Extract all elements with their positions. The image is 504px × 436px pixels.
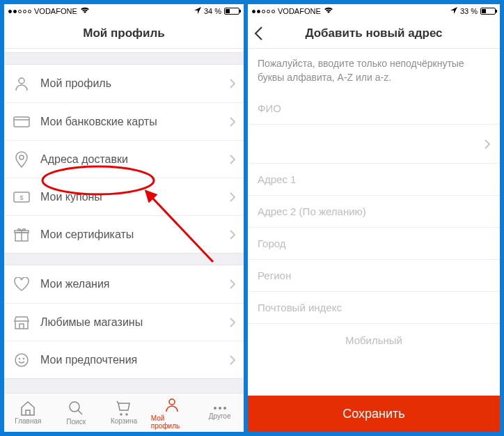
chevron-right-icon xyxy=(230,79,235,88)
chevron-right-icon xyxy=(230,230,235,240)
row-label: Мои купоны xyxy=(40,191,230,203)
screen-profile: VODAFONE 34 % Мой профиль xyxy=(4,4,248,432)
heart-icon xyxy=(13,275,31,293)
row-coupons[interactable]: $ Мои купоны xyxy=(4,178,244,215)
svg-point-15 xyxy=(169,399,175,405)
row-label: Мой профиль xyxy=(40,77,230,90)
battery-icon xyxy=(480,8,496,15)
placeholder: Регион xyxy=(258,270,291,281)
svg-rect-2 xyxy=(14,117,29,127)
svg-point-17 xyxy=(219,407,221,410)
svg-text:$: $ xyxy=(19,194,23,201)
svg-point-4 xyxy=(19,155,24,159)
placeholder: Почтовый индекс xyxy=(258,302,342,313)
row-label: Мои банковские карты xyxy=(40,116,230,128)
row-coupons-services[interactable]: Мои купоны на услуги xyxy=(4,49,244,52)
tab-label: Другое xyxy=(209,412,231,420)
carrier-label: VODAFONE xyxy=(278,7,321,15)
gift-icon xyxy=(13,226,31,244)
region-field[interactable]: Регион xyxy=(248,260,500,292)
address1-field[interactable]: Адрес 1 xyxy=(248,164,500,196)
signal-icon xyxy=(252,10,275,13)
row-label: Адреса доставки xyxy=(40,153,230,166)
screen-add-address: VODAFONE 33 % Добавить новый адрес Пожал… xyxy=(248,4,500,432)
navbar: Добавить новый адрес xyxy=(248,18,500,49)
wifi-icon xyxy=(324,7,333,15)
row-label: Мои предпочтения xyxy=(40,354,230,366)
tab-search[interactable]: Поиск xyxy=(55,400,97,426)
card-icon xyxy=(13,113,31,131)
row-profile[interactable]: Мой профиль xyxy=(4,65,244,102)
coupon-icon: $ xyxy=(13,188,31,206)
svg-point-18 xyxy=(223,407,226,410)
mobile-field[interactable]: Мобильный xyxy=(248,324,500,356)
chevron-right-icon xyxy=(230,117,235,127)
placeholder: Мобильный xyxy=(345,334,402,346)
status-bar: VODAFONE 33 % xyxy=(248,4,500,18)
tab-home[interactable]: Главная xyxy=(7,400,49,425)
row-label: Мои сертификаты xyxy=(40,228,230,241)
back-button[interactable] xyxy=(253,18,263,48)
chevron-right-icon xyxy=(230,192,235,202)
row-certs[interactable]: Мои сертификаты xyxy=(4,215,244,253)
address-form: ФИО Адрес 1 Адрес 2 (По желанию) Город Р… xyxy=(248,93,500,356)
page-title: Мой профиль xyxy=(83,26,164,40)
signal-icon xyxy=(8,10,31,13)
zip-field[interactable]: Почтовый индекс xyxy=(248,292,500,324)
tab-label: Поиск xyxy=(66,418,86,426)
row-addresses[interactable]: Адреса доставки xyxy=(4,140,244,178)
placeholder: Адрес 1 xyxy=(258,173,296,185)
location-icon xyxy=(450,7,457,15)
city-field[interactable]: Город xyxy=(248,228,500,260)
save-button[interactable]: Сохранить xyxy=(248,396,500,432)
tab-label: Главная xyxy=(15,417,41,425)
wifi-icon xyxy=(80,7,90,15)
tab-bar: Главная Поиск Корзина Мой профиль Другое xyxy=(4,393,244,432)
battery-icon xyxy=(224,8,239,15)
ticket-icon xyxy=(13,49,31,51)
battery-pct: 33 % xyxy=(460,7,478,15)
svg-point-10 xyxy=(15,354,28,366)
pin-icon xyxy=(13,150,31,169)
tab-cart[interactable]: Корзина xyxy=(103,400,145,425)
placeholder: Город xyxy=(258,238,286,249)
svg-point-1 xyxy=(19,78,24,84)
helper-text: Пожалуйста, вводите только неподчёркнуты… xyxy=(248,49,500,93)
chevron-right-icon xyxy=(230,155,235,164)
row-prefs[interactable]: Мои предпочтения xyxy=(4,341,244,378)
svg-point-16 xyxy=(214,407,216,410)
svg-point-13 xyxy=(70,402,79,412)
tab-label: Мой профиль xyxy=(151,414,193,430)
row-cards[interactable]: Мои банковские карты xyxy=(4,102,244,140)
svg-point-12 xyxy=(24,358,24,359)
chevron-right-icon xyxy=(485,139,490,149)
profile-list: Мои купоны на услуги Мой профиль Мои xyxy=(4,49,244,393)
row-wishes[interactable]: Мои желания xyxy=(4,265,244,303)
country-field[interactable] xyxy=(248,125,500,164)
placeholder: ФИО xyxy=(258,102,281,114)
smile-icon xyxy=(13,351,31,369)
svg-point-11 xyxy=(19,358,20,359)
row-label: Любимые магазины xyxy=(40,316,230,329)
location-icon xyxy=(194,7,201,15)
save-label: Сохранить xyxy=(342,407,404,421)
navbar: Мой профиль xyxy=(4,18,244,49)
tab-label: Корзина xyxy=(111,417,137,425)
chevron-right-icon xyxy=(230,355,235,365)
svg-line-14 xyxy=(78,410,82,414)
placeholder: Адрес 2 (По желанию) xyxy=(258,205,366,217)
tab-profile[interactable]: Мой профиль xyxy=(151,396,193,430)
tab-more[interactable]: Другое xyxy=(199,405,241,420)
store-icon xyxy=(13,313,31,332)
row-shops[interactable]: Любимые магазины xyxy=(4,303,244,341)
page-title: Добавить новый адрес xyxy=(305,26,442,40)
status-bar: VODAFONE 34 % xyxy=(4,4,244,18)
address2-field[interactable]: Адрес 2 (По желанию) xyxy=(248,196,500,228)
chevron-right-icon xyxy=(230,318,235,327)
row-label: Мои желания xyxy=(40,278,230,290)
chevron-right-icon xyxy=(230,279,235,289)
carrier-label: VODAFONE xyxy=(34,7,77,15)
person-icon xyxy=(13,75,31,93)
name-field[interactable]: ФИО xyxy=(248,93,500,125)
battery-pct: 34 % xyxy=(204,7,221,15)
